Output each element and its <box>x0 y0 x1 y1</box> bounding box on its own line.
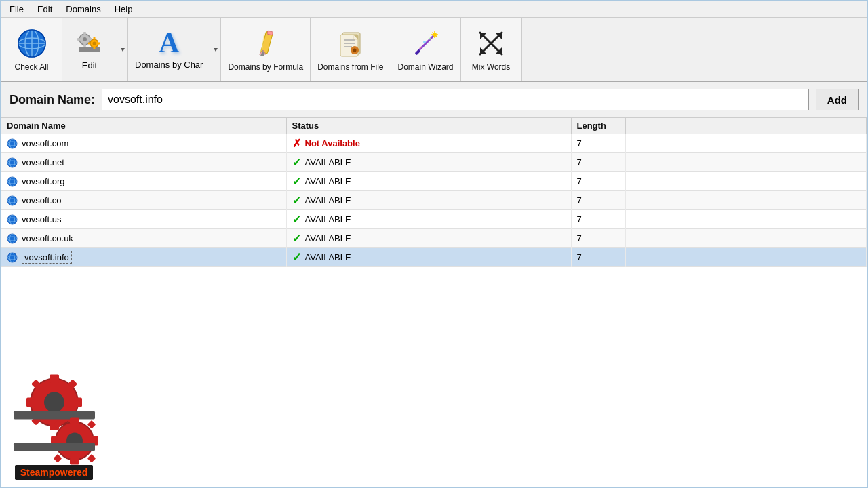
extra-cell <box>625 210 867 229</box>
svg-point-62 <box>7 196 17 205</box>
domain-name-cell: vovsoft.com <box>22 138 68 148</box>
toolbar: Check All <box>1 18 867 82</box>
status-text: AVAILABLE <box>305 195 351 205</box>
status-text: Not Available <box>305 138 360 148</box>
svg-point-34 <box>353 48 356 52</box>
table-row[interactable]: vovsoft.info ✓AVAILABLE7 <box>1 248 867 267</box>
domain-name-cell: vovsoft.co <box>22 195 62 205</box>
domain-cell: vovsoft.com <box>1 134 286 153</box>
check-icon: ✓ <box>292 251 301 264</box>
domain-name-cell: vovsoft.org <box>22 176 65 186</box>
svg-point-44 <box>423 41 426 43</box>
svg-line-43 <box>436 36 437 37</box>
domains-from-file-label: Domains from File <box>317 62 383 72</box>
svg-marker-20 <box>214 48 218 52</box>
table-row[interactable]: vovsoft.co.uk ✓AVAILABLE7 <box>1 229 867 248</box>
col-header-status: Status <box>286 118 571 134</box>
domain-globe-icon <box>7 176 18 187</box>
status-cell: ✓AVAILABLE <box>286 191 571 210</box>
table-row[interactable]: vovsoft.net ✓AVAILABLE7 <box>1 153 867 172</box>
mix-icon <box>475 27 507 60</box>
domain-name-input[interactable] <box>102 89 809 110</box>
domain-cell: vovsoft.net <box>1 153 286 172</box>
domains-from-file-button[interactable]: Domains from File <box>311 18 391 81</box>
svg-point-53 <box>7 139 17 148</box>
domain-globe-icon <box>7 214 18 225</box>
svg-point-65 <box>7 215 17 224</box>
length-cell: 7 <box>571 134 625 153</box>
edit-button[interactable]: Edit <box>62 18 117 81</box>
check-icon: ✓ <box>292 175 301 188</box>
svg-rect-17 <box>88 42 90 44</box>
check-all-button[interactable]: Check All <box>1 18 62 81</box>
domain-cell: vovsoft.us <box>1 210 286 229</box>
svg-marker-19 <box>121 48 125 52</box>
table-row[interactable]: vovsoft.us ✓AVAILABLE7 <box>1 210 867 229</box>
status-cell: ✓AVAILABLE <box>286 248 571 267</box>
menu-edit[interactable]: Edit <box>32 3 58 16</box>
check-icon: ✓ <box>292 156 301 169</box>
svg-rect-94 <box>87 454 96 463</box>
svg-rect-10 <box>83 44 86 47</box>
pencil-icon <box>250 27 282 60</box>
domain-name-label: Domain Name: <box>9 93 95 107</box>
domain-wizard-label: Domain Wizard <box>398 62 454 72</box>
domain-name-cell: vovsoft.co.uk <box>22 233 73 243</box>
check-all-label: Check All <box>14 62 48 72</box>
domain-globe-icon <box>7 233 18 244</box>
globe-icon <box>16 27 48 60</box>
domains-by-char-button-group: A Domains by Char <box>128 18 221 81</box>
svg-rect-88 <box>70 458 79 465</box>
a-letter-icon: A <box>159 28 179 57</box>
status-text: AVAILABLE <box>305 233 351 243</box>
check-icon: ✓ <box>292 232 301 245</box>
svg-point-59 <box>7 177 17 186</box>
table-row[interactable]: vovsoft.org ✓AVAILABLE7 <box>1 172 867 191</box>
menu-help[interactable]: Help <box>109 3 138 16</box>
svg-rect-9 <box>83 32 86 35</box>
status-cell: ✓AVAILABLE <box>286 229 571 248</box>
domains-by-char-dropdown-arrow[interactable] <box>210 18 220 81</box>
domain-name-cell: vovsoft.info <box>22 251 72 264</box>
svg-rect-78 <box>26 398 35 407</box>
edit-dropdown-arrow[interactable] <box>117 18 127 81</box>
length-cell: 7 <box>571 191 625 210</box>
col-header-extra <box>625 118 867 134</box>
domain-cell: vovsoft.info <box>1 248 286 267</box>
svg-rect-18 <box>98 42 100 44</box>
svg-rect-6 <box>79 47 100 52</box>
svg-rect-76 <box>50 375 59 383</box>
status-text: AVAILABLE <box>305 157 351 167</box>
svg-point-45 <box>419 46 421 48</box>
domain-cell: vovsoft.co <box>1 191 286 210</box>
domain-globe-icon <box>7 157 18 168</box>
edit-label: Edit <box>82 60 97 70</box>
domain-globe-icon <box>7 195 18 206</box>
table-row[interactable]: vovsoft.com ✗Not Available7 <box>1 134 867 153</box>
status-text: AVAILABLE <box>305 214 351 224</box>
mix-words-button[interactable]: Mix Words <box>461 18 522 81</box>
length-cell: 7 <box>571 229 625 248</box>
domains-by-formula-label: Domains by Formula <box>228 62 303 72</box>
file-icon <box>334 27 367 60</box>
domains-by-formula-button[interactable]: Domains by Formula <box>221 18 311 81</box>
svg-line-42 <box>432 32 433 33</box>
svg-rect-15 <box>94 37 96 39</box>
check-icon: ✓ <box>292 213 301 226</box>
domain-wizard-button[interactable]: Domain Wizard <box>391 18 461 81</box>
menu-domains[interactable]: Domains <box>60 3 106 16</box>
table-row[interactable]: vovsoft.co ✓AVAILABLE7 <box>1 191 867 210</box>
edit-button-group: Edit <box>62 18 128 81</box>
svg-rect-95 <box>14 443 95 451</box>
domains-by-char-button[interactable]: A Domains by Char <box>128 18 210 81</box>
domain-input-row: Domain Name: Add <box>1 82 867 118</box>
svg-point-8 <box>83 37 87 41</box>
check-icon: ✓ <box>292 194 301 207</box>
status-cell: ✓AVAILABLE <box>286 172 571 191</box>
add-button[interactable]: Add <box>816 89 859 110</box>
svg-point-71 <box>7 253 17 262</box>
x-icon: ✗ <box>292 137 301 150</box>
svg-rect-79 <box>74 398 82 407</box>
menu-file[interactable]: File <box>4 3 29 16</box>
domain-table: Domain Name Status Length vovsoft.com ✗N… <box>1 118 867 267</box>
